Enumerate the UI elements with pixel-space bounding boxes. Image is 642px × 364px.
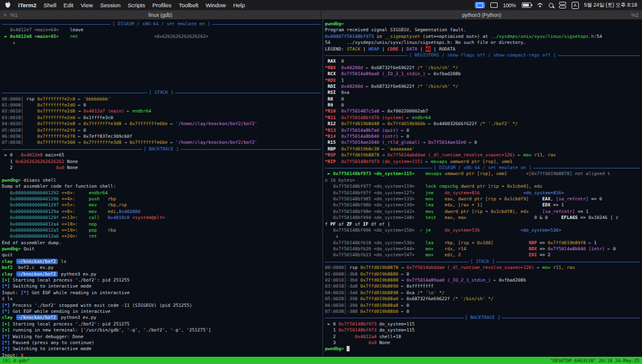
- terminal-line: *R14 0x7f5014a8b840 (intr) ← 0: [325, 134, 640, 140]
- terminal-line: ► 0 0x4012e8 main+65: [2, 152, 321, 158]
- menu-item-edit[interactable]: Edit: [64, 2, 73, 8]
- section-header: [ DISASM / x86-64 / set emulate on ]: [325, 165, 640, 171]
- terminal-line: 06:0030│-390 0x7ffd019b88a8 ← 0: [325, 303, 640, 309]
- menu-item-session[interactable]: Session: [100, 2, 120, 8]
- spotlight-search-icon[interactable]: [549, 3, 554, 8]
- terminal-line: [*] Switching to interactive mode: [2, 346, 321, 352]
- terminal-line: 0x00000000004012a6 <+20>: ret: [2, 233, 321, 239]
- menu-bar: iTerm2ShellEditViewSessionScriptsProfile…: [0, 0, 642, 10]
- terminal-line: Program received signal SIGSEGV, Segment…: [325, 27, 640, 33]
- terminal-line: 54 ../sysdeps/unix/sysv/linux/sigsetops.…: [325, 40, 640, 46]
- battery-icon[interactable]: [522, 2, 531, 8]
- terminal-line: ► 0x4012e8 <main+65> ret <0x626262626262…: [2, 34, 321, 40]
- terminal-line: 0x0000000000401296 <+4>: push rbp: [2, 196, 321, 202]
- menu-item-window[interactable]: Window: [206, 2, 226, 8]
- section-header: [ BACKTRACE ]: [325, 315, 640, 321]
- wifi-icon[interactable]: [537, 3, 543, 7]
- terminal-line: 02:0010│ 0x7fffffffe2d8 → 0x4012a7 (main…: [2, 108, 321, 114]
- terminal-line: 0x00000000004012a5 <+19>: pop rbp: [2, 227, 321, 233]
- terminal-line: 0x7f50148bfb18 <do_system+536> lea rbp, …: [325, 240, 640, 246]
- terminal-line: Dump of assembler code for function shel…: [2, 184, 321, 190]
- terminal-line: 0x7f50148bfb20 <do_system+544> mov rdx, …: [325, 246, 640, 252]
- menu-left: iTerm2ShellEditViewSessionScriptsProfile…: [5, 1, 252, 10]
- terminal-line: f PF af ZF sf IF df of ]: [325, 221, 640, 227]
- terminal-line: RCX 0x7f5014a89aa0 (_IO_2_1_stdin_) ← 0x…: [325, 71, 640, 77]
- battery-percent: 100%: [503, 2, 516, 8]
- terminal-line: R9 0: [325, 102, 640, 108]
- screen: iTerm2ShellEditViewSessionScriptsProfile…: [0, 0, 642, 364]
- terminal-line: 2 0x4012a4 shell+18: [325, 334, 640, 340]
- terminal-line: 0x7f50148bf994 <do_system+148> test eax,…: [325, 215, 640, 221]
- tmux-window-item[interactable]: [0] 0:gdb*: [2, 358, 29, 363]
- terminal-line: o 16 bytes>: [325, 177, 640, 184]
- terminal-line: 01:0008│ 0x7fffffffe2d0 ← 0: [2, 102, 321, 108]
- menu-item-view[interactable]: View: [81, 2, 93, 8]
- control-center-icon[interactable]: [559, 2, 566, 8]
- tab-right-pane[interactable]: python3 (Python) %2: [321, 10, 642, 19]
- terminal-line: 01:0008│-3b8 0x7ffd019b8880 ← 0: [325, 271, 640, 277]
- tab-left-pane[interactable]: × %1 linux (gdb): [0, 10, 321, 19]
- terminal-line: [2, 78, 321, 84]
- input-source-icon[interactable]: A: [572, 2, 579, 9]
- terminal-line: *RIP 0x7f50148bf973 (do_system+115) ← mo…: [325, 159, 640, 165]
- terminal-line: 0x7f50148bf98e <do_system+142> mov dword…: [325, 209, 640, 215]
- terminal-line: 07:0038│ 0x7fffffffe300 → 0x7fffffffe3d8…: [2, 140, 321, 146]
- terminal-line: pwndbg> disass shell: [2, 177, 321, 184]
- pane-badge-right: %2: [631, 12, 638, 18]
- terminal-line: 00:0000│ rsp 0x7ffd019b8878 → 0x7f5014ab…: [325, 265, 640, 271]
- terminal-line: 04:0020│ 0x7fffffffe2e8 → 0x7fffffffe3d8…: [2, 121, 321, 127]
- menu-clock[interactable]: 5월 24일 (토) 오후 8:18: [584, 2, 637, 9]
- pane-title-bar: × %1 linux (gdb) python3 (Python) %2: [0, 10, 642, 20]
- terminal-pane-gdb[interactable]: [ DISASM / x86-64 / set emulate on ] 0x4…: [0, 20, 323, 357]
- display-icon[interactable]: [490, 2, 498, 8]
- screen-mirroring-icon[interactable]: [475, 2, 485, 8]
- tmux-host-clock: "DESKTOP-6HO3S18" 20:18 24-May-25: [550, 358, 640, 363]
- section-header: [ DISASM / x86-64 / set emulate on ]: [2, 21, 321, 27]
- apple-logo-icon[interactable]: [5, 1, 11, 10]
- menu-item-profiles[interactable]: Profiles: [152, 2, 171, 8]
- terminal-line: [*] Process './bof2' stopped with exit c…: [2, 303, 321, 309]
- terminal-line: quit: [2, 252, 321, 258]
- terminal-line: 07:0038│-388 0x7ffd019b88b0 ← 0: [325, 309, 640, 315]
- terminal-line: 05:0028│ 0x7fffffffe2f0 ← 0: [2, 128, 321, 134]
- close-pane-icon[interactable]: ×: [4, 12, 7, 18]
- terminal-line: R15 0x7f5014ae2040 (_rtld_global) → 0x7f…: [325, 140, 640, 146]
- terminal-line: pwndbg>: [325, 346, 640, 352]
- pane-badge-left: %1: [10, 12, 17, 18]
- terminal-pane-python[interactable]: pwndbg> Program received signal SIGSEGV,…: [323, 20, 642, 357]
- terminal-line: 0x7f50148bf98b <do_system+139> lea edx, …: [325, 202, 640, 208]
- menu-item-shell[interactable]: Shell: [43, 2, 56, 8]
- section-header: [ REGISTERS / show-flags off / show-comp…: [325, 52, 640, 58]
- section-header: [ BACKTRACE ]: [2, 146, 321, 152]
- menu-item-iterm2[interactable]: iTerm2: [18, 2, 36, 8]
- terminal-line: 1 0x7f50148bf973 do_system+115: [325, 327, 640, 333]
- terminal-line: 0x000000000040129f <+13>: call 0x4010c0 …: [2, 215, 321, 221]
- terminal-line: RBP 0x7ffd019b8c38 ← 'aaaaaaaa': [325, 146, 640, 152]
- terminal-line: RSI 0xa: [325, 90, 640, 96]
- terminal-line: 0x000000000040129a <+8>: mov edi,0x40200…: [2, 209, 321, 215]
- terminal-line: clay ~/knockon/bof2 python3 ex.py: [2, 271, 321, 277]
- pane-title-left: linux (gdb): [0, 12, 321, 18]
- terminal-line: *RSP 0x7ffd019b8878 → 0x7f5014abddae (_d…: [325, 152, 640, 158]
- menu-item-scripts[interactable]: Scripts: [128, 2, 145, 8]
- terminal-line: *R13 0x7f5014a8b7a0 (quit) ← 0: [325, 128, 640, 134]
- terminal-line: [2, 65, 321, 71]
- menu-item-help[interactable]: Help: [233, 2, 245, 8]
- tmux-status-bar: [0] 0:gdb* "DESKTOP-6HO3S18" 20:18 24-Ma…: [0, 357, 642, 364]
- terminal-line: pwndbg>: [325, 21, 640, 27]
- terminal-line: 0x7f50148bfb23 <do_system+547> mov edi, …: [325, 252, 640, 258]
- terminal-line: 03:0018│ 0x7fffffffe2e0 ← 0x1ffffe3c0: [2, 115, 321, 121]
- terminal-line: 0x7f50148bf97f <do_system+127> jne do_sy…: [325, 190, 640, 196]
- terminal-line: [2, 46, 321, 52]
- terminal-line: 06:0030│ 0x7fffffffe2f8 ← 0x7eff837ec309…: [2, 134, 321, 140]
- terminal-line: clay ~/knockon/bof2 ls: [2, 259, 321, 265]
- terminal-line: [+] Starting local process './bof2': pid…: [2, 321, 321, 327]
- terminal-line: R12 0x7ffd019b8d48 → 0x7ffd019b96bb ← 0x…: [325, 121, 640, 127]
- terminal-line: LEGEND: STACK | HEAP | CODE | DATA | WX …: [325, 46, 640, 52]
- terminal-line: [*] Switching to interactive mode: [2, 283, 321, 289]
- menu-item-toolbelt[interactable]: Toolbelt: [179, 2, 199, 8]
- section-header: [ STACK ]: [2, 90, 321, 96]
- terminal-line: ► 0 0x7f50148bf973 do_system+115: [325, 321, 640, 327]
- terminal-line: clay ~/knockon/bof2 python3 ex.py: [2, 315, 321, 321]
- terminal-line: 0x7f50148bf996 <do_system+150> ✓ je do_s…: [325, 227, 640, 233]
